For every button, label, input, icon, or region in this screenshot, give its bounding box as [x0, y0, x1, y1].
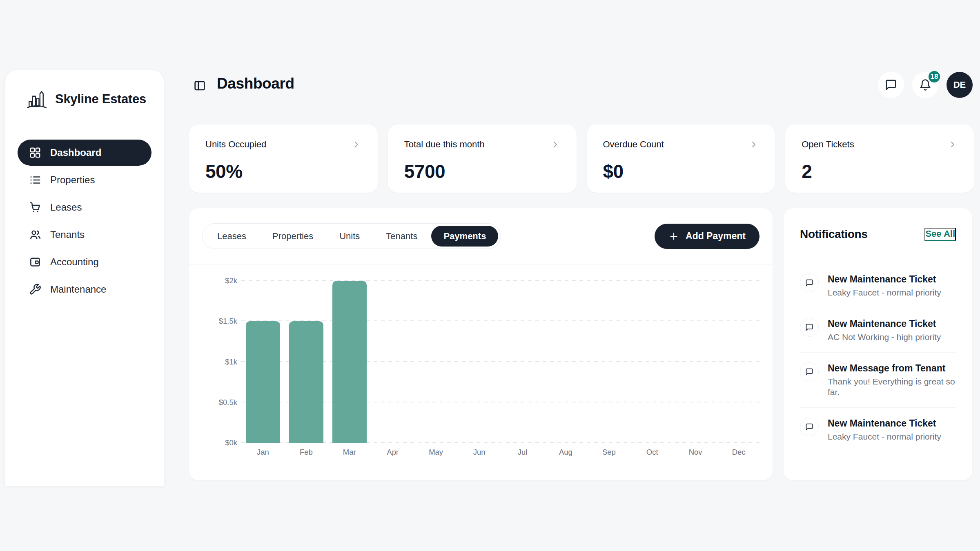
sidebar-item-label: Dashboard — [50, 147, 101, 158]
x-axis-tick-label: Dec — [717, 448, 760, 457]
x-axis-tick-label: Oct — [630, 448, 674, 457]
cart-icon — [29, 201, 41, 213]
sidebar-item-accounting[interactable]: Accounting — [18, 249, 151, 275]
chat-bubble-icon — [805, 323, 813, 331]
notifications-button[interactable]: 18 — [912, 72, 938, 98]
sidebar-item-label: Maintenance — [50, 284, 106, 295]
x-axis-tick-label: Apr — [371, 448, 414, 457]
city-skyline-icon — [25, 87, 49, 111]
y-axis-tick-label: $2k — [192, 276, 237, 285]
tab-properties[interactable]: Properties — [260, 226, 325, 247]
notification-subtitle: Leaky Faucet - normal priority — [828, 287, 941, 298]
chart-bar-mar — [332, 281, 367, 443]
stats-row: Units Occupied50%Total due this month570… — [189, 124, 974, 193]
plus-icon — [668, 231, 679, 242]
chart-column-dec: Dec — [717, 277, 760, 443]
chart-column-oct: Oct — [630, 277, 674, 443]
chart-column-jan: Jan — [241, 277, 285, 443]
notification-icon-circle — [800, 318, 819, 337]
x-axis-tick-label: Jun — [458, 448, 501, 457]
notification-icon-circle — [800, 418, 819, 436]
stat-label: Total due this month — [404, 139, 485, 150]
sidebar-item-maintenance[interactable]: Maintenance — [18, 276, 151, 302]
wrench-icon — [29, 283, 41, 295]
stat-label: Overdue Count — [603, 139, 664, 150]
y-axis-tick-label: $0.5k — [192, 398, 237, 407]
sidebar-item-properties[interactable]: Properties — [18, 167, 151, 193]
chat-bubble-icon — [885, 79, 897, 91]
topbar: Dashboard 18 DE — [189, 70, 974, 109]
avatar[interactable]: DE — [947, 72, 973, 98]
overview-card: LeasesPropertiesUnitsTenantsPayments Add… — [189, 208, 773, 480]
sidebar-item-label: Tenants — [50, 229, 85, 240]
see-all-link[interactable]: See All — [924, 228, 956, 241]
x-axis-tick-label: May — [414, 448, 458, 457]
add-payment-label: Add Payment — [686, 231, 746, 242]
sidebar-item-label: Leases — [50, 202, 82, 213]
chart-column-sep: Sep — [587, 277, 630, 443]
stat-value: 5700 — [404, 160, 560, 182]
sidebar: Skyline Estates DashboardPropertiesLease… — [5, 70, 164, 486]
sidebar-item-label: Properties — [50, 174, 95, 186]
chart-bar-jan — [246, 321, 280, 443]
payments-bar-chart: $0k$0.5k$1k$1.5k$2kJanFebMarAprMayJunJul… — [189, 264, 773, 480]
x-axis-tick-label: Aug — [544, 448, 587, 457]
tab-bar: LeasesPropertiesUnitsTenantsPayments — [202, 223, 501, 249]
stat-value: 2 — [802, 160, 958, 182]
notifications-list: New Maintenance TicketLeaky Faucet - nor… — [800, 273, 956, 480]
chevron-right-icon — [948, 140, 958, 149]
chevron-right-icon — [550, 140, 560, 149]
grid-icon — [29, 147, 41, 159]
notification-title: New Maintenance Ticket — [828, 418, 941, 429]
y-axis-tick-label: $1.5k — [192, 317, 237, 326]
chevron-right-icon — [352, 140, 361, 149]
notification-subtitle: Thank you! Everything is great so far. — [828, 376, 956, 398]
brand-name: Skyline Estates — [55, 92, 146, 107]
notification-title: New Maintenance Ticket — [828, 318, 941, 329]
chat-bubble-icon — [805, 279, 813, 287]
notification-item[interactable]: New Maintenance TicketLeaky Faucet - nor… — [800, 407, 956, 452]
notification-item[interactable]: New Message from TenantThank you! Everyt… — [800, 352, 956, 407]
chart-column-jun: Jun — [458, 277, 501, 443]
tab-leases[interactable]: Leases — [205, 226, 258, 247]
stat-value: $0 — [603, 160, 759, 182]
stat-label: Open Tickets — [802, 139, 854, 150]
stat-card-open-tickets[interactable]: Open Tickets2 — [785, 124, 974, 193]
notification-subtitle: Leaky Faucet - normal priority — [828, 431, 941, 442]
list-icon — [29, 174, 41, 186]
tab-tenants[interactable]: Tenants — [374, 226, 430, 247]
wallet-icon — [29, 256, 41, 268]
x-axis-tick-label: Jan — [241, 448, 285, 457]
notification-count-badge: 18 — [927, 69, 942, 84]
add-payment-button[interactable]: Add Payment — [655, 224, 760, 249]
page-title: Dashboard — [217, 75, 294, 92]
chevron-right-icon — [749, 140, 759, 149]
stat-card-total-due-this-month[interactable]: Total due this month5700 — [388, 124, 577, 193]
notification-item[interactable]: New Maintenance TicketAC Not Working - h… — [800, 308, 956, 352]
sidebar-item-tenants[interactable]: Tenants — [18, 222, 151, 248]
sidebar-nav: DashboardPropertiesLeasesTenantsAccounti… — [5, 140, 164, 302]
tab-payments[interactable]: Payments — [431, 226, 498, 247]
notification-item[interactable] — [800, 452, 956, 480]
sidebar-item-label: Accounting — [50, 256, 99, 268]
notification-title: New Maintenance Ticket — [828, 273, 941, 285]
users-icon — [29, 229, 41, 241]
sidebar-toggle-button[interactable] — [193, 79, 206, 92]
chart-column-feb: Feb — [285, 277, 328, 443]
notification-item[interactable]: New Maintenance TicketLeaky Faucet - nor… — [800, 273, 956, 308]
tab-units[interactable]: Units — [327, 226, 372, 247]
sidebar-item-leases[interactable]: Leases — [18, 194, 151, 220]
x-axis-tick-label: Mar — [328, 448, 371, 457]
chart-column-aug: Aug — [544, 277, 587, 443]
chart-column-jul: Jul — [501, 277, 544, 443]
y-axis-tick-label: $0k — [192, 438, 237, 447]
stat-card-overdue-count[interactable]: Overdue Count$0 — [587, 124, 775, 193]
x-axis-tick-label: Feb — [285, 448, 328, 457]
notification-icon-circle — [800, 273, 819, 292]
chat-bubble-icon — [805, 467, 813, 475]
x-axis-tick-label: Jul — [501, 448, 544, 457]
stat-label: Units Occupied — [205, 139, 266, 150]
sidebar-item-dashboard[interactable]: Dashboard — [18, 140, 151, 166]
stat-card-units-occupied[interactable]: Units Occupied50% — [189, 124, 378, 193]
messages-button[interactable] — [878, 72, 904, 98]
